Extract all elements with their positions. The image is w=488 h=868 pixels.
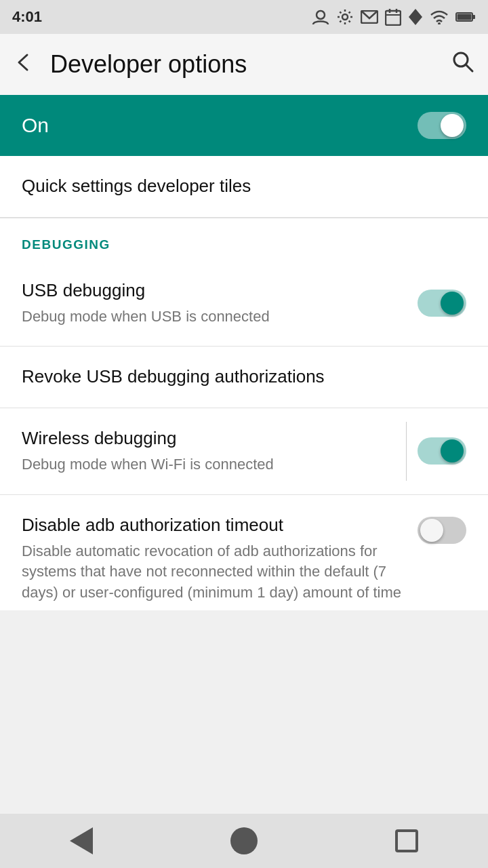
- wireless-debugging-subtitle: Debug mode when Wi-Fi is connected: [22, 454, 407, 475]
- svg-rect-3: [386, 11, 401, 25]
- on-off-banner[interactable]: On: [0, 95, 488, 156]
- svg-point-1: [342, 14, 348, 20]
- revoke-usb-title: Revoke USB debugging authorizations: [22, 366, 466, 389]
- svg-line-13: [466, 64, 472, 71]
- status-bar: 4:01: [0, 0, 488, 34]
- debugging-label: DEBUGGING: [22, 237, 110, 252]
- home-nav-button[interactable]: [224, 821, 264, 861]
- usb-debugging-text: USB debugging Debug mode when USB is con…: [22, 279, 407, 328]
- back-triangle-icon: [70, 827, 93, 854]
- nav-bar: [0, 814, 488, 868]
- disable-adb-title: Disable adb authorization timeout: [22, 514, 407, 537]
- page-title: Developer options: [50, 50, 247, 79]
- disable-adb-toggle[interactable]: [418, 517, 466, 544]
- calendar-icon: [385, 8, 401, 26]
- developer-options-toggle[interactable]: [418, 112, 466, 139]
- quick-settings-item[interactable]: Quick settings developer tiles: [0, 156, 488, 218]
- app-bar: Developer options: [0, 34, 488, 95]
- wireless-debugging-title: Wireless debugging: [22, 427, 407, 450]
- settings-list: Quick settings developer tiles DEBUGGING…: [0, 156, 488, 610]
- status-icons: [312, 8, 476, 26]
- svg-rect-11: [458, 14, 472, 20]
- avatar-icon: [312, 8, 329, 26]
- quick-settings-text: Quick settings developer tiles: [22, 175, 466, 198]
- svg-rect-10: [472, 15, 475, 19]
- usb-debugging-subtitle: Debug mode when USB is connected: [22, 307, 407, 328]
- recents-nav-button[interactable]: [386, 821, 427, 861]
- search-button[interactable]: [451, 50, 474, 79]
- usb-debugging-title: USB debugging: [22, 279, 407, 302]
- revoke-usb-text: Revoke USB debugging authorizations: [22, 366, 466, 389]
- battery-icon: [455, 11, 476, 23]
- on-label: On: [22, 114, 49, 137]
- recents-square-icon: [395, 829, 418, 852]
- svg-point-0: [317, 11, 325, 19]
- app-bar-left: Developer options: [14, 50, 247, 79]
- usb-debugging-toggle[interactable]: [418, 290, 466, 317]
- disable-adb-item[interactable]: Disable adb authorization timeout Disabl…: [0, 495, 488, 610]
- debugging-section-header: DEBUGGING: [0, 218, 488, 260]
- disable-adb-text: Disable adb authorization timeout Disabl…: [22, 514, 407, 604]
- back-nav-button[interactable]: [61, 821, 102, 861]
- gear-icon: [336, 8, 354, 26]
- disable-adb-subtitle: Disable automatic revocation of adb auth…: [22, 541, 407, 604]
- quick-settings-title: Quick settings developer tiles: [22, 175, 466, 198]
- svg-point-8: [438, 22, 441, 24]
- wifi-icon: [430, 9, 449, 24]
- signal-diamond-icon: [408, 8, 423, 26]
- wireless-debugging-toggle[interactable]: [418, 437, 466, 465]
- wireless-debugging-text: Wireless debugging Debug mode when Wi-Fi…: [22, 427, 407, 475]
- content-area: On Quick settings developer tiles DEBUGG…: [0, 95, 488, 610]
- time-display: 4:01: [12, 8, 42, 26]
- wireless-debugging-item[interactable]: Wireless debugging Debug mode when Wi-Fi…: [0, 408, 488, 495]
- separator-line: [406, 422, 407, 481]
- mail-icon: [361, 10, 378, 24]
- revoke-usb-item[interactable]: Revoke USB debugging authorizations: [0, 347, 488, 408]
- home-circle-icon: [230, 827, 258, 854]
- svg-marker-7: [409, 9, 422, 25]
- back-button[interactable]: [14, 50, 34, 79]
- usb-debugging-item[interactable]: USB debugging Debug mode when USB is con…: [0, 260, 488, 347]
